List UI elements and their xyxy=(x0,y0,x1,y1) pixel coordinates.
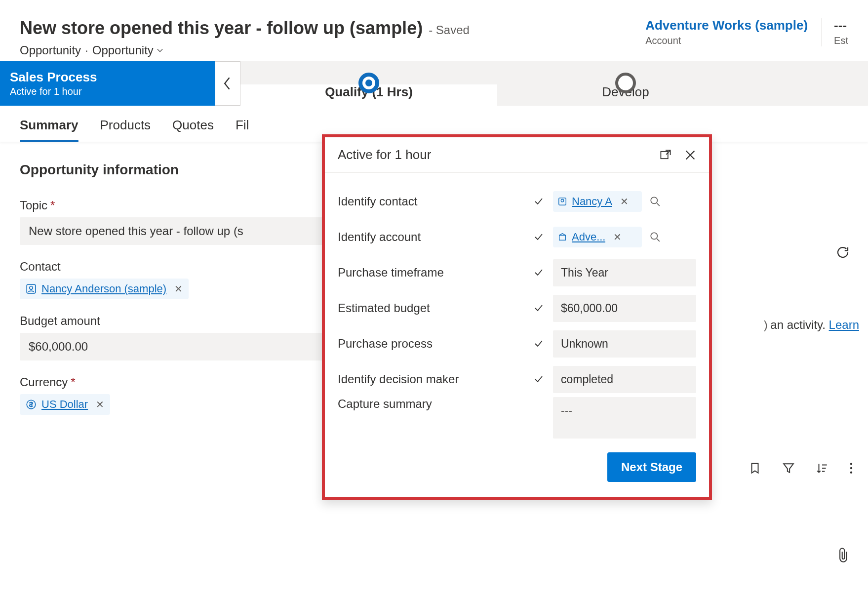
clear-lookup-icon[interactable]: ✕ xyxy=(620,196,629,207)
currency-link[interactable]: US Dollar xyxy=(41,398,88,411)
field-label: Currency xyxy=(20,375,68,389)
tab-products[interactable]: Products xyxy=(100,118,151,142)
step-capture-summary: Capture summary --- xyxy=(338,397,696,439)
stage-flyout: Active for 1 hour Identify contact Nancy… xyxy=(322,134,712,500)
field-currency: Currency * US Dollar ✕ xyxy=(20,375,336,415)
close-icon[interactable] xyxy=(684,149,696,161)
search-icon[interactable] xyxy=(646,192,665,211)
topic-input[interactable]: New store opened this year - follow up (… xyxy=(20,217,336,245)
remove-currency-icon[interactable]: ✕ xyxy=(96,399,104,410)
contact-link[interactable]: Nancy Anderson (sample) xyxy=(41,282,166,295)
decision-maker-input[interactable]: completed xyxy=(553,366,696,393)
account-sublabel: Account xyxy=(645,35,808,46)
separator-dot: · xyxy=(85,43,88,57)
step-label: Purchase timeframe xyxy=(338,266,524,280)
bookmark-icon[interactable] xyxy=(749,462,761,475)
record-title: New store opened this year - follow up (… xyxy=(20,18,423,39)
flyout-title: Active for 1 hour xyxy=(338,147,431,162)
check-icon xyxy=(530,339,547,349)
tab-quotes[interactable]: Quotes xyxy=(172,118,214,142)
check-icon xyxy=(530,268,547,278)
lookup-value[interactable]: Adve... xyxy=(572,231,605,243)
remove-contact-icon[interactable]: ✕ xyxy=(174,283,183,295)
next-stage-button[interactable]: Next Stage xyxy=(607,452,696,482)
contact-icon xyxy=(558,197,567,206)
svg-point-10 xyxy=(850,467,852,469)
step-identify-contact: Identify contact Nancy A ✕ xyxy=(338,184,696,219)
tab-files-partial[interactable]: Fil xyxy=(236,118,249,142)
bpf-stage-develop[interactable]: Develop xyxy=(497,84,754,106)
entity-label: Opportunity xyxy=(20,43,81,57)
step-estimated-budget: Estimated budget $60,000.00 xyxy=(338,290,696,326)
clear-lookup-icon[interactable]: ✕ xyxy=(613,231,622,243)
stage-indicator-icon xyxy=(615,73,636,93)
account-link[interactable]: Adventure Works (sample) xyxy=(645,18,808,33)
section-title: Opportunity information xyxy=(20,162,336,178)
tab-summary[interactable]: Summary xyxy=(20,118,79,142)
svg-point-5 xyxy=(561,200,563,202)
currency-icon xyxy=(26,399,37,410)
activity-hint-partial: ) an activity. Learn xyxy=(764,318,859,332)
attachment-icon[interactable] xyxy=(836,547,850,563)
bpf-collapse-button[interactable] xyxy=(215,61,240,106)
check-icon xyxy=(530,232,547,242)
process-input[interactable]: Unknown xyxy=(553,330,696,358)
refresh-icon[interactable] xyxy=(835,245,850,260)
header-right: Adventure Works (sample) Account --- Est xyxy=(645,18,848,46)
contact-lookup[interactable]: Nancy A ✕ xyxy=(553,191,696,212)
svg-point-6 xyxy=(651,197,657,203)
lookup-value[interactable]: Nancy A xyxy=(572,195,612,208)
bpf-header[interactable]: Sales Process Active for 1 hour xyxy=(0,61,215,106)
timeframe-input[interactable]: This Year xyxy=(553,259,696,286)
svg-rect-7 xyxy=(559,235,566,240)
summary-textarea[interactable]: --- xyxy=(553,397,696,439)
field-budget: Budget amount $60,000.00 xyxy=(20,314,336,360)
svg-point-1 xyxy=(30,286,33,290)
field-label: Budget amount xyxy=(20,314,100,328)
required-indicator: * xyxy=(50,199,55,212)
check-icon xyxy=(530,197,547,206)
required-indicator: * xyxy=(71,375,75,389)
est-value: --- xyxy=(834,18,848,33)
check-icon xyxy=(530,374,547,384)
svg-point-9 xyxy=(850,463,852,465)
step-label: Capture summary xyxy=(338,397,524,411)
field-label: Topic xyxy=(20,199,47,212)
step-label: Purchase process xyxy=(338,337,524,351)
filter-icon[interactable] xyxy=(782,462,795,475)
field-contact: Contact Nancy Anderson (sample) ✕ xyxy=(20,260,336,299)
contact-chip[interactable]: Nancy Anderson (sample) ✕ xyxy=(20,279,189,299)
record-header: New store opened this year - follow up (… xyxy=(0,0,868,61)
step-label: Identify account xyxy=(338,230,524,244)
bpf-name: Sales Process xyxy=(10,70,205,85)
step-label: Identify contact xyxy=(338,195,524,208)
form-selector[interactable]: Opportunity xyxy=(92,43,163,57)
step-purchase-process: Purchase process Unknown xyxy=(338,326,696,361)
field-topic: Topic * New store opened this year - fol… xyxy=(20,199,336,245)
step-identify-account: Identify account Adve... ✕ xyxy=(338,219,696,255)
search-icon[interactable] xyxy=(646,228,665,246)
bpf-active-duration: Active for 1 hour xyxy=(10,86,205,97)
currency-chip[interactable]: US Dollar ✕ xyxy=(20,394,110,415)
step-label: Identify decision maker xyxy=(338,372,524,386)
field-label: Contact xyxy=(20,260,61,274)
learn-link[interactable]: Learn xyxy=(829,318,859,331)
flyout-body: Identify contact Nancy A ✕ Identify acco… xyxy=(325,173,709,439)
bpf-stage-qualify[interactable]: Qualify (1 Hrs) xyxy=(240,84,497,106)
svg-point-11 xyxy=(850,472,852,474)
step-purchase-timeframe: Purchase timeframe This Year xyxy=(338,255,696,290)
chevron-down-icon xyxy=(157,47,163,54)
account-lookup[interactable]: Adve... ✕ xyxy=(553,227,696,247)
budget-input[interactable]: $60,000.00 xyxy=(553,295,696,322)
sort-icon[interactable] xyxy=(816,462,829,475)
timeline-toolbar xyxy=(749,462,853,475)
dock-icon[interactable] xyxy=(660,149,671,161)
chevron-left-icon xyxy=(223,77,233,90)
step-label: Estimated budget xyxy=(338,301,524,315)
budget-input[interactable]: $60,000.00 xyxy=(20,333,336,360)
business-process-flow: Sales Process Active for 1 hour Qualify … xyxy=(0,61,868,106)
svg-rect-3 xyxy=(661,151,668,158)
form-section: Opportunity information Topic * New stor… xyxy=(20,162,336,430)
header-left: New store opened this year - follow up (… xyxy=(20,18,470,57)
more-icon[interactable] xyxy=(849,462,853,475)
